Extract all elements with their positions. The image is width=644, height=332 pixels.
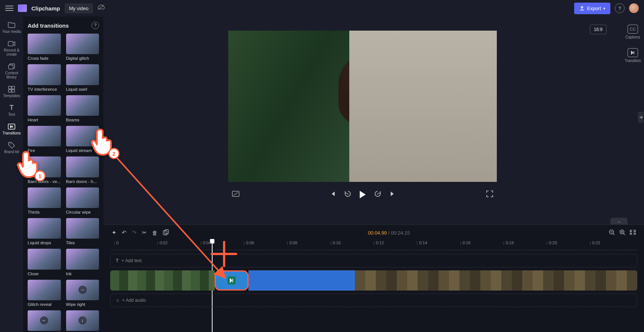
video-track[interactable] xyxy=(110,270,637,291)
panel-title: Add transitions xyxy=(28,22,69,29)
transition-thumbnail xyxy=(66,156,99,177)
rail-brand-kit[interactable]: Brand kit xyxy=(0,139,23,157)
rail-your-media[interactable]: Your media xyxy=(0,19,23,37)
video-preview[interactable] xyxy=(228,31,497,182)
transition-card[interactable]: Liquid swirl xyxy=(66,64,99,91)
crop-icon[interactable] xyxy=(232,191,239,198)
transition-card[interactable]: Barn doors - h... xyxy=(66,156,99,183)
rail-templates[interactable]: Templates xyxy=(0,83,23,101)
rail-label: Templates xyxy=(3,94,20,98)
svg-text:5: 5 xyxy=(377,193,378,195)
transition-label: TV interference xyxy=(28,87,61,91)
skip-forward-icon[interactable] xyxy=(390,191,396,198)
ruler-tick: 0:16 xyxy=(460,241,471,245)
transition-label: Cross fade xyxy=(28,56,61,60)
transition-label: Glitch reveal xyxy=(28,302,61,307)
fullscreen-icon[interactable] xyxy=(486,190,493,199)
brand-name: Clipchamp xyxy=(31,5,60,12)
redo-icon[interactable]: ↷ xyxy=(132,229,137,236)
transition-card[interactable]: Ink xyxy=(66,249,99,276)
svg-rect-3 xyxy=(12,86,15,89)
transition-card[interactable]: Tiles xyxy=(66,218,99,245)
total-time: 00:24.15 xyxy=(391,230,410,236)
rail-text[interactable]: T Text xyxy=(0,102,23,120)
zoom-out-icon[interactable] xyxy=(609,229,615,236)
transition-card[interactable]: Close xyxy=(28,249,61,276)
transition-thumbnail: ← xyxy=(28,310,61,331)
transition-thumbnail xyxy=(28,187,61,208)
transition-card[interactable]: Cross fade xyxy=(28,34,61,60)
transition-thumbnail xyxy=(66,187,99,208)
transition-card[interactable]: Liquid drops xyxy=(28,218,61,245)
zoom-in-icon[interactable] xyxy=(619,229,625,236)
forward-5-icon[interactable]: 5 xyxy=(374,190,381,199)
transition-thumbnail xyxy=(28,156,61,177)
transition-card[interactable]: Thirds xyxy=(28,187,61,214)
video-clip-1[interactable] xyxy=(110,270,215,291)
transition-card[interactable]: Barn doors - ve... xyxy=(28,156,61,183)
transition-card[interactable]: Fire xyxy=(28,126,61,153)
timeline-collapse-toggle[interactable]: ⌄ xyxy=(610,218,628,224)
panel-help-icon[interactable]: ? xyxy=(92,22,99,29)
ruler-tick: 0:20 xyxy=(547,241,557,245)
timeline-ruler[interactable]: 00:020:040:060:080:100:120:140:160:180:2… xyxy=(110,241,637,250)
upload-icon xyxy=(579,6,585,11)
transition-thumbnail xyxy=(66,95,99,116)
transition-clip[interactable] xyxy=(215,270,248,291)
transition-card[interactable]: Glitch reveal xyxy=(28,280,61,307)
svg-rect-5 xyxy=(12,90,15,92)
user-avatar[interactable] xyxy=(629,3,639,13)
text-icon: T xyxy=(8,105,15,111)
undo-icon[interactable]: ↶ xyxy=(122,229,127,236)
hamburger-menu-icon[interactable] xyxy=(5,4,13,12)
transition-card[interactable]: Circular wipe xyxy=(66,187,99,214)
play-button[interactable] xyxy=(360,191,366,198)
transition-card[interactable]: ↓Wipe down xyxy=(66,310,99,332)
video-name-button[interactable]: My video xyxy=(65,3,93,13)
transition-card[interactable]: →Wipe right xyxy=(66,280,99,307)
video-clip-2[interactable] xyxy=(248,270,355,291)
transition-card[interactable]: TV interference xyxy=(28,64,61,91)
transition-card[interactable]: Liquid stream xyxy=(66,126,99,153)
export-button[interactable]: Export ▾ xyxy=(574,3,610,14)
video-clip-3[interactable] xyxy=(355,270,637,291)
transition-card[interactable]: Beams xyxy=(66,95,99,122)
ruler-tick: 0:06 xyxy=(244,241,254,245)
captions-button[interactable]: CC Captions xyxy=(625,22,640,41)
duplicate-icon[interactable] xyxy=(163,229,169,236)
rail-content-library[interactable]: Content library xyxy=(0,60,23,82)
rewind-5-icon[interactable]: 5 xyxy=(344,190,352,199)
rail-label: Your media xyxy=(2,30,21,34)
transition-properties-button[interactable]: Transition xyxy=(625,46,641,65)
ruler-tick: 0:10 xyxy=(330,241,341,245)
transition-card[interactable]: Heart xyxy=(28,95,61,122)
audio-track-placeholder[interactable]: ♫ + Add audio xyxy=(110,294,637,307)
arrow-icon: ↓ xyxy=(78,316,87,325)
timeline-toolbar: ✦ ↶ ↷ ✂ 🗑 00:04.99 / 00:24.15 xyxy=(103,225,644,241)
transition-label: Liquid swirl xyxy=(66,87,99,91)
transition-card[interactable]: Digital glitch xyxy=(66,34,99,60)
ruler-tick: 0:14 xyxy=(417,241,427,245)
rail-record-create[interactable]: Record & create xyxy=(0,37,23,59)
help-button[interactable]: ? xyxy=(615,3,625,13)
transition-thumbnail xyxy=(66,126,99,146)
aspect-ratio-button[interactable]: 16:9 xyxy=(590,25,607,34)
magic-icon[interactable]: ✦ xyxy=(112,229,117,236)
transition-thumbnail xyxy=(66,64,99,85)
camera-icon xyxy=(8,40,15,47)
cloud-sync-icon[interactable] xyxy=(97,4,105,12)
delete-icon[interactable]: 🗑 xyxy=(152,230,158,236)
rrail-label: Transition xyxy=(625,59,641,63)
rail-transitions[interactable]: Transitions xyxy=(0,120,23,138)
right-panel-toggle[interactable]: ◀ xyxy=(638,112,643,123)
svg-rect-1 xyxy=(9,65,13,69)
skip-back-icon[interactable] xyxy=(330,191,336,198)
zoom-fit-icon[interactable] xyxy=(630,229,636,236)
ruler-tick: 0:22 xyxy=(590,241,600,245)
transition-label: Circular wipe xyxy=(66,210,99,214)
grid-icon xyxy=(8,86,15,93)
split-icon[interactable]: ✂ xyxy=(142,229,147,236)
text-track-placeholder[interactable]: T + Add text xyxy=(110,254,637,267)
transition-card[interactable]: ←Wipe left xyxy=(28,310,61,332)
rail-label: Content library xyxy=(0,71,23,79)
